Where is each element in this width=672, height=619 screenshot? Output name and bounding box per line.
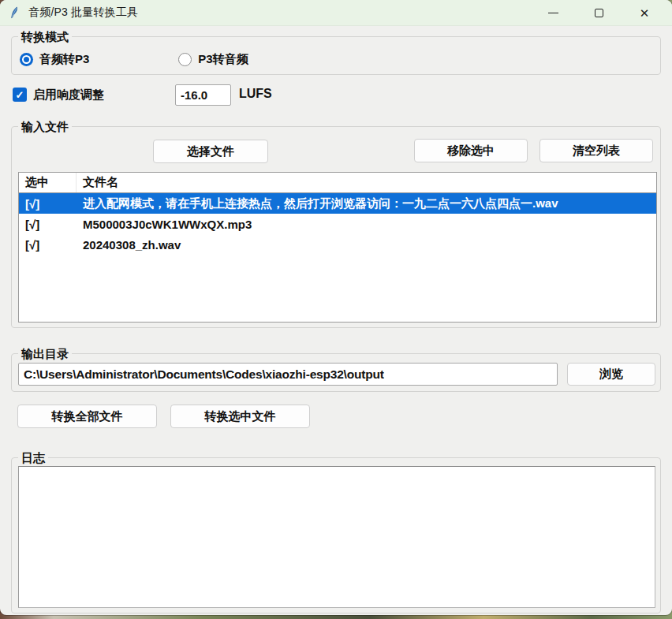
maximize-icon [595,9,603,17]
mode-radio-row: 音频转P3 P3转音频 [20,52,248,67]
conversion-mode-label: 转换模式 [18,29,72,44]
conversion-mode-group: 转换模式 音频转P3 P3转音频 [11,36,661,75]
radio-p3-to-audio[interactable]: P3转音频 [178,52,248,67]
close-button[interactable]: ✕ [622,0,667,26]
minimize-button[interactable] [530,0,576,26]
log-group: 日志 [11,457,661,613]
clear-list-button[interactable]: 清空列表 [539,139,653,162]
radio-unselected-icon [178,53,192,66]
tk-feather-icon [9,6,21,19]
convert-selected-button[interactable]: 转换选中文件 [170,405,310,428]
column-header-checked[interactable]: 选中 [19,173,77,192]
loudness-row: ✓ 启用响度调整 [13,84,104,106]
browse-button[interactable]: 浏览 [567,363,655,386]
radio-audio-to-p3-label: 音频转P3 [39,52,89,67]
window-title: 音频/P3 批量转换工具 [28,6,138,20]
table-row[interactable]: [√] 进入配网模式，请在手机上连接热点，然后打开浏览器访问：一九二点一六八点四… [19,193,656,214]
title-bar[interactable]: 音频/P3 批量转换工具 ✕ [0,0,672,26]
convert-all-button[interactable]: 转换全部文件 [17,405,157,428]
loudness-checkbox[interactable]: ✓ [13,88,27,102]
row-filename-cell: 20240308_zh.wav [77,238,656,252]
select-files-button[interactable]: 选择文件 [153,140,268,163]
minimize-icon [548,13,558,13]
output-dir-label: 输出目录 [18,346,72,361]
maximize-button[interactable] [576,0,622,26]
output-dir-group: 输出目录 浏览 [11,353,661,392]
input-files-group: 输入文件 选择文件 移除选中 清空列表 选中 文件名 [√] 进入配网模式，请在… [11,126,661,328]
app-window: 音频/P3 批量转换工具 ✕ 转换模式 音频转P3 P3转音频 ✓ 启用响度调整… [0,0,672,615]
remove-selected-button[interactable]: 移除选中 [414,139,528,162]
file-list: 选中 文件名 [√] 进入配网模式，请在手机上连接热点，然后打开浏览器访问：一九… [18,172,657,323]
row-filename-cell: M500003J0cWK1WWxQX.mp3 [77,218,656,231]
radio-selected-icon [20,53,33,66]
loudness-value-input[interactable] [175,84,231,106]
log-label: 日志 [18,450,48,465]
window-controls: ✕ [530,0,667,26]
row-filename-cell: 进入配网模式，请在手机上连接热点，然后打开浏览器访问：一九二点一六八点四点一.w… [77,196,656,211]
table-row[interactable]: [√] 20240308_zh.wav [19,234,656,255]
row-checked-cell: [√] [19,238,77,252]
log-textarea[interactable] [18,466,655,608]
loudness-checkbox-label: 启用响度调整 [33,88,104,103]
table-row[interactable]: [√] M500003J0cWK1WWxQX.mp3 [19,214,656,234]
file-list-header: 选中 文件名 [19,173,656,193]
column-header-filename[interactable]: 文件名 [77,173,656,192]
row-checked-cell: [√] [19,197,77,211]
input-files-label: 输入文件 [18,119,72,134]
radio-audio-to-p3[interactable]: 音频转P3 [20,52,89,67]
close-icon: ✕ [640,7,650,19]
row-checked-cell: [√] [19,218,77,231]
loudness-unit-label: LUFS [239,87,272,101]
radio-p3-to-audio-label: P3转音频 [198,52,248,67]
output-dir-input[interactable] [18,363,558,386]
